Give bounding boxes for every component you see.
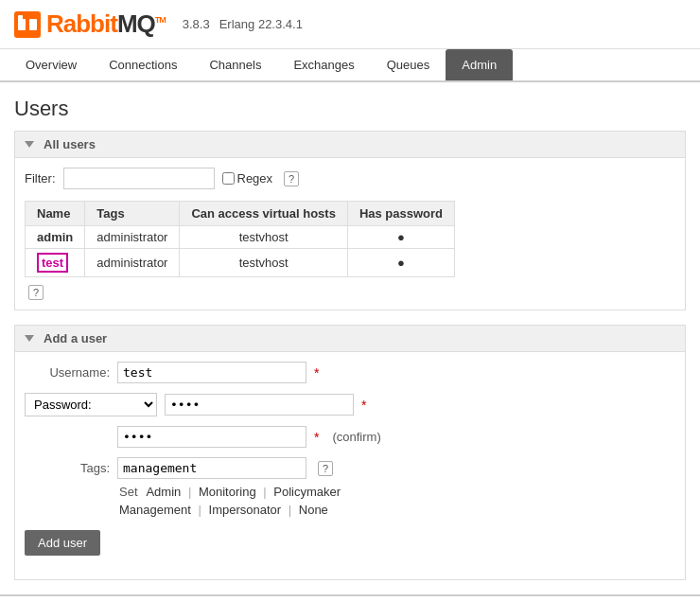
username-input[interactable] [117, 362, 306, 383]
nav-connections[interactable]: Connections [93, 49, 193, 80]
set-monitoring-link[interactable]: Monitoring [199, 485, 256, 499]
add-user-body: Username: * Password: Hashed password: * [15, 352, 685, 579]
confirm-label: (confirm) [332, 430, 380, 444]
table-row: adminadministratortestvhost● [26, 226, 455, 249]
username-row: Username: * [25, 362, 675, 383]
col-tags: Tags [85, 202, 180, 226]
filter-row: Filter: Regex ? [25, 168, 675, 189]
add-user-label: Add a user [44, 331, 107, 345]
confirm-row: * (confirm) [25, 426, 675, 448]
set-tags-row2: Management | Impersonator | None [119, 503, 675, 517]
username-required: * [314, 365, 319, 381]
table-help-icon[interactable]: ? [28, 285, 44, 300]
user-password-cell: ● [347, 249, 454, 277]
password-type-select[interactable]: Password: Hashed password: [25, 393, 157, 416]
nav-admin[interactable]: Admin [446, 49, 513, 80]
main-content: Users All users Filter: Regex ? Name [0, 82, 700, 580]
tags-label: Tags: [25, 461, 110, 475]
confirm-input[interactable] [117, 426, 306, 448]
user-name-cell[interactable]: admin [26, 226, 85, 249]
logo-text: RabbitMQTM [46, 9, 166, 39]
set-management-link[interactable]: Management [119, 503, 191, 517]
nav-overview[interactable]: Overview [9, 49, 93, 80]
page-title: Users [14, 97, 686, 121]
user-name-cell[interactable]: test [26, 249, 85, 277]
app-header: RabbitMQTM 3.8.3 Erlang 22.3.4.1 [0, 0, 700, 49]
password-required: * [361, 398, 366, 413]
rabbitmq-logo-icon [14, 11, 41, 38]
set-admin-link[interactable]: Admin [146, 485, 181, 499]
main-nav: Overview Connections Channels Exchanges … [0, 49, 700, 82]
password-row: Password: Hashed password: * [25, 393, 675, 416]
username-label: Username: [25, 365, 110, 380]
col-name: Name [26, 202, 85, 226]
svg-rect-2 [29, 19, 37, 30]
erlang-info: Erlang 22.3.4.1 [219, 17, 303, 31]
collapse-icon[interactable] [25, 141, 34, 148]
nav-queues[interactable]: Queues [371, 49, 446, 80]
set-tags-row1: Set Admin | Monitoring | Policymaker [119, 485, 675, 499]
tags-input[interactable] [117, 457, 306, 479]
regex-help-icon[interactable]: ? [284, 171, 299, 186]
version-info: 3.8.3 [183, 17, 210, 31]
logo: RabbitMQTM [14, 9, 166, 39]
filter-input[interactable] [63, 168, 215, 189]
set-label: Set [119, 485, 138, 499]
nav-channels[interactable]: Channels [193, 49, 277, 80]
all-users-body: Filter: Regex ? Name Tags Can access vir… [15, 158, 685, 310]
logo-tm: TM [155, 15, 166, 25]
table-row: testadministratortestvhost● [26, 249, 455, 277]
all-users-header: All users [15, 132, 685, 158]
user-vhosts-cell: testvhost [180, 249, 347, 277]
all-users-label: All users [44, 137, 96, 151]
col-password: Has password [347, 202, 454, 226]
password-input[interactable] [165, 394, 354, 416]
add-user-section: Add a user Username: * Password: Hashed … [14, 325, 686, 580]
user-password-cell: ● [347, 226, 454, 249]
add-user-collapse-icon[interactable] [25, 335, 34, 342]
filter-label: Filter: [25, 171, 56, 186]
add-user-header: Add a user [15, 326, 685, 352]
admin-user-link[interactable]: admin [37, 230, 73, 244]
user-vhosts-cell: testvhost [180, 226, 347, 249]
all-users-section: All users Filter: Regex ? Name Tags Can … [14, 131, 686, 310]
password-select-wrap: Password: Hashed password: [25, 393, 157, 416]
svg-rect-3 [18, 15, 23, 21]
set-impersonator-link[interactable]: Impersonator [209, 503, 282, 517]
set-policymaker-link[interactable]: Policymaker [273, 485, 341, 499]
tags-help-icon[interactable]: ? [318, 461, 333, 476]
add-user-button[interactable]: Add user [25, 530, 100, 556]
users-table: Name Tags Can access virtual hosts Has p… [25, 201, 455, 277]
regex-label: Regex [222, 171, 273, 186]
confirm-required: * [314, 430, 319, 445]
set-none-link[interactable]: None [299, 503, 328, 517]
test-user-link[interactable]: test [37, 253, 68, 273]
footer: HTTP API | Server Docs | Tutorials | Com… [0, 594, 700, 602]
tags-row: Tags: ? [25, 457, 675, 479]
nav-exchanges[interactable]: Exchanges [277, 49, 370, 80]
user-tags-cell: administrator [85, 249, 180, 277]
col-vhosts: Can access virtual hosts [180, 202, 347, 226]
regex-checkbox[interactable] [222, 172, 235, 185]
user-tags-cell: administrator [85, 226, 180, 249]
